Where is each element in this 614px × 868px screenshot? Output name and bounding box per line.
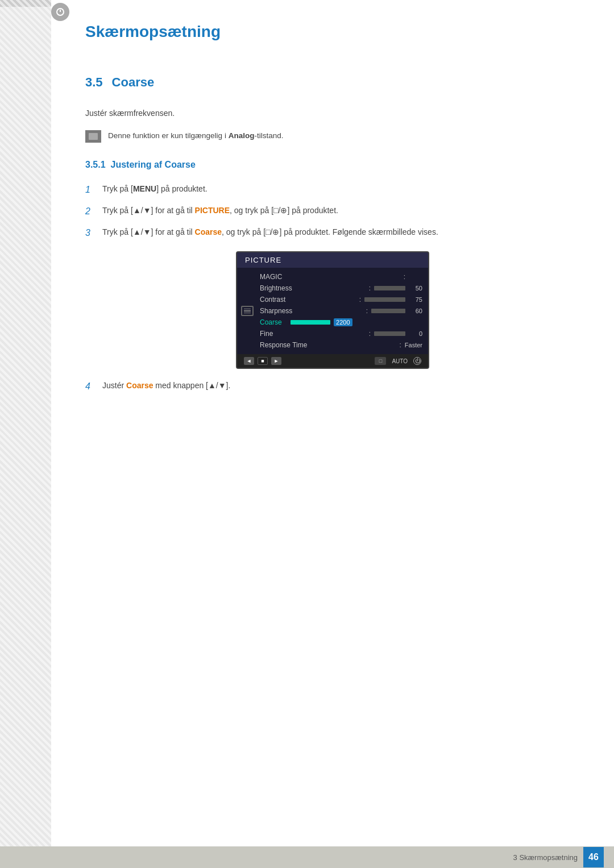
page-title: Skærmopsætning: [85, 17, 580, 41]
menu-row-response: Response Time : Faster: [258, 339, 428, 351]
step-text-4: Justér Coarse med knappen [▲/▼].: [102, 379, 580, 392]
list-item: 4 Justér Coarse med knappen [▲/▼].: [85, 379, 580, 394]
step-number-1: 1: [85, 182, 94, 197]
menu-val-coarse: 2200: [334, 318, 352, 326]
steps-list: 1 Tryk på [MENU] på produktet. 2 Tryk på…: [85, 182, 580, 240]
menu-label-coarse: Coarse: [260, 318, 282, 326]
menu-bar-fine: [374, 331, 405, 336]
top-stripe-pattern: [0, 0, 51, 7]
step-number-3: 3: [85, 226, 94, 240]
list-item: 1 Tryk på [MENU] på produktet.: [85, 182, 580, 197]
menu-label-response: Response Time: [260, 341, 396, 349]
bottom-bar-section-label: 3 Skærmopsætning: [513, 853, 578, 862]
menu-body: MAGIC : Brightness : 50 Contrast :: [237, 268, 428, 354]
footer-power-icon: ⏻: [413, 357, 421, 365]
menu-bar-brightness: [374, 286, 405, 290]
menu-row-coarse: Coarse 2200: [258, 317, 428, 328]
footer-btn-center: ■: [258, 357, 268, 365]
section-heading: 3.5 Coarse: [85, 75, 580, 90]
step-number-2: 2: [85, 204, 94, 219]
menu-header: PICTURE: [237, 252, 428, 268]
menu-bar-contrast: [364, 297, 405, 302]
menu-val-sharpness: 60: [409, 308, 422, 314]
menu-val-fine: 0: [409, 330, 422, 337]
step-text-1: Tryk på [MENU] på produktet.: [102, 182, 580, 195]
menu-footer-right: □ AUTO ⏻: [375, 357, 421, 365]
menu-label-fine: Fine: [260, 330, 366, 338]
list-item: 3 Tryk på [▲/▼] for at gå til Coarse, og…: [85, 226, 580, 240]
menu-items: MAGIC : Brightness : 50 Contrast :: [258, 271, 428, 351]
note-bold: Analog: [229, 131, 255, 140]
menu-footer-left: ◄ ■ ►: [244, 357, 281, 365]
step-text-3: Tryk på [▲/▼] for at gå til Coarse, og t…: [102, 226, 580, 238]
menu-row-brightness: Brightness : 50: [258, 283, 428, 294]
subsection-name: Justering af Coarse: [110, 160, 195, 169]
menu-bar-coarse: [291, 320, 330, 325]
note-text-before: Denne funktion er kun tilgængelig i: [108, 131, 229, 140]
menu-row-contrast: Contrast : 75: [258, 294, 428, 305]
monitor-menu-screenshot: PICTURE MAGIC :: [236, 251, 429, 369]
section-number: 3.5: [85, 75, 103, 90]
step-number-4: 4: [85, 379, 94, 394]
menu-val-brightness: 50: [409, 285, 422, 292]
note-text-after: -tilstand.: [254, 131, 283, 140]
bottom-bar-page-number: 46: [583, 847, 604, 867]
page-content: Skærmopsætning 3.5 Coarse Justér skærmfr…: [51, 0, 614, 868]
list-item: 2 Tryk på [▲/▼] for at gå til PICTURE, o…: [85, 204, 580, 219]
note-text: Denne funktion er kun tilgængelig i Anal…: [108, 130, 283, 142]
menu-footer: ◄ ■ ► □ AUTO ⏻: [237, 354, 428, 368]
subsection-number: 3.5.1: [85, 160, 106, 169]
footer-icon-screen: □: [375, 357, 386, 365]
step-text-2: Tryk på [▲/▼] for at gå til PICTURE, og …: [102, 204, 580, 217]
section-description: Justér skærmfrekvensen.: [85, 107, 580, 119]
menu-row-fine: Fine : 0: [258, 328, 428, 339]
menu-header-label: PICTURE: [245, 256, 281, 264]
menu-label-magic: MAGIC: [260, 273, 400, 281]
menu-row-sharpness: Sharpness : 60: [258, 305, 428, 317]
menu-val-contrast: 75: [409, 296, 422, 303]
footer-btn-left: ◄: [244, 357, 254, 365]
left-accent-pattern: [0, 0, 51, 868]
footer-btn-right: ►: [271, 357, 281, 365]
footer-auto-label: AUTO: [392, 358, 408, 364]
note-box: Denne funktion er kun tilgængelig i Anal…: [85, 130, 580, 143]
section-name: Coarse: [112, 75, 155, 90]
menu-label-brightness: Brightness: [260, 284, 366, 292]
menu-label-sharpness: Sharpness: [260, 307, 363, 315]
menu-label-contrast: Contrast: [260, 296, 356, 304]
menu-left-icon: [237, 271, 258, 351]
steps-list-2: 4 Justér Coarse med knappen [▲/▼].: [85, 379, 580, 394]
menu-bar-sharpness: [371, 309, 405, 313]
subsection-title: 3.5.1 Justering af Coarse: [85, 160, 580, 170]
menu-val-response: Faster: [405, 342, 422, 348]
note-icon: [85, 130, 101, 143]
menu-row-magic: MAGIC :: [258, 271, 428, 283]
bottom-bar: 3 Skærmopsætning 46: [0, 846, 614, 868]
